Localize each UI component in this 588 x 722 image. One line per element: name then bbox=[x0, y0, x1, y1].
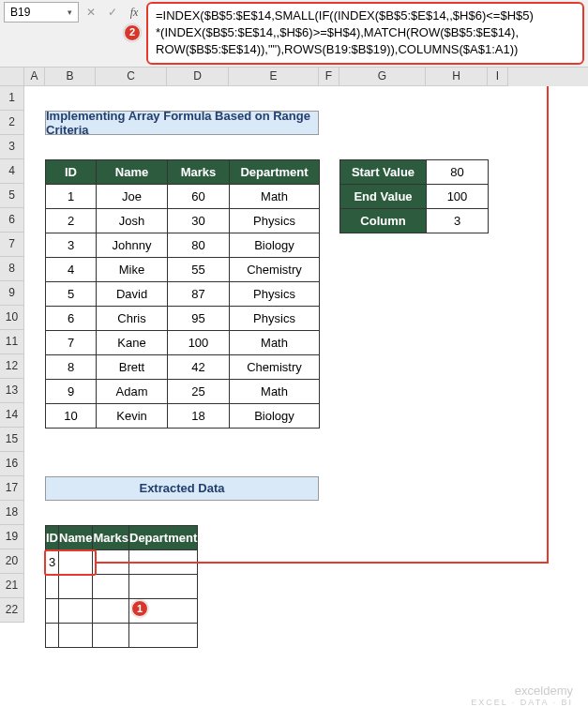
cell-name[interactable]: Joe bbox=[97, 184, 168, 208]
row-header[interactable]: 17 bbox=[0, 476, 24, 501]
cell-dept[interactable]: Chemistry bbox=[230, 354, 320, 379]
cell-id[interactable]: 10 bbox=[46, 403, 97, 428]
cell-id[interactable]: 3 bbox=[46, 233, 97, 257]
row-header[interactable]: 3 bbox=[0, 135, 24, 159]
col-header[interactable]: I bbox=[488, 68, 508, 86]
watermark-tag: EXCEL · DATA · BI bbox=[471, 698, 573, 707]
th-marks: Marks bbox=[93, 525, 129, 549]
row-header[interactable]: 4 bbox=[0, 159, 24, 184]
cell-marks[interactable]: 100 bbox=[168, 330, 230, 354]
spreadsheet-grid[interactable]: A B C D E F G H I 1234567891011121314151… bbox=[0, 68, 588, 623]
th-id: ID bbox=[46, 159, 97, 184]
cell-marks[interactable]: 95 bbox=[168, 306, 230, 330]
annotation-badge-2: 2 bbox=[124, 24, 141, 41]
row-header[interactable]: 8 bbox=[0, 257, 24, 281]
criteria-value[interactable]: 80 bbox=[427, 159, 489, 184]
cell-name[interactable]: Mike bbox=[97, 257, 168, 281]
cell-id[interactable]: 9 bbox=[46, 379, 97, 403]
cell-marks[interactable]: 80 bbox=[168, 233, 230, 257]
cell-marks[interactable]: 87 bbox=[168, 281, 230, 306]
row-header[interactable]: 10 bbox=[0, 306, 24, 330]
cell-id[interactable]: 2 bbox=[46, 208, 97, 233]
cell-id[interactable]: 4 bbox=[46, 257, 97, 281]
criteria-label: Column bbox=[340, 208, 427, 233]
select-all-corner[interactable] bbox=[0, 68, 24, 86]
col-header[interactable]: A bbox=[24, 68, 45, 86]
criteria-label: Start Value bbox=[340, 159, 427, 184]
row-header[interactable]: 15 bbox=[0, 428, 24, 452]
table-row: 1Joe60Math bbox=[46, 184, 320, 208]
row-header[interactable]: 22 bbox=[0, 598, 24, 623]
col-header[interactable]: G bbox=[339, 68, 426, 86]
cell-dept[interactable]: Physics bbox=[230, 281, 320, 306]
cell-id[interactable]: 5 bbox=[46, 281, 97, 306]
table-row: 8Brett42Chemistry bbox=[46, 354, 320, 379]
criteria-value[interactable]: 100 bbox=[427, 184, 489, 208]
col-header[interactable]: B bbox=[45, 68, 96, 86]
th-id: ID bbox=[46, 525, 59, 549]
cell-marks[interactable]: 18 bbox=[168, 403, 230, 428]
cell-dept[interactable]: Physics bbox=[230, 208, 320, 233]
formula-line: =INDEX($B$5:$E$14,SMALL(IF((INDEX($B$5:$… bbox=[156, 8, 575, 24]
row-header[interactable]: 7 bbox=[0, 233, 24, 257]
cell-dept[interactable]: Math bbox=[230, 379, 320, 403]
cell-dept[interactable]: Physics bbox=[230, 306, 320, 330]
cell-name[interactable]: Johnny bbox=[97, 233, 168, 257]
cell-name[interactable]: David bbox=[97, 281, 168, 306]
name-box[interactable]: B19 ▾ bbox=[4, 2, 79, 23]
row-header[interactable]: 21 bbox=[0, 574, 24, 598]
cell-id[interactable]: 1 bbox=[46, 184, 97, 208]
cell-id[interactable]: 7 bbox=[46, 330, 97, 354]
cell-name[interactable]: Kane bbox=[97, 330, 168, 354]
row-header[interactable]: 12 bbox=[0, 354, 24, 379]
row-header[interactable]: 16 bbox=[0, 452, 24, 476]
table-row bbox=[46, 623, 198, 647]
row-header[interactable]: 19 bbox=[0, 525, 24, 549]
row-header[interactable]: 9 bbox=[0, 281, 24, 306]
row-header[interactable]: 13 bbox=[0, 379, 24, 403]
cell-dept[interactable]: Math bbox=[230, 330, 320, 354]
cell-dept[interactable]: Biology bbox=[230, 403, 320, 428]
row-header[interactable]: 6 bbox=[0, 208, 24, 233]
cell-id[interactable]: 8 bbox=[46, 354, 97, 379]
cell-marks[interactable]: 42 bbox=[168, 354, 230, 379]
fx-icon[interactable]: fx bbox=[125, 2, 143, 23]
page-title: Implementing Array Formula Based on Rang… bbox=[45, 111, 319, 135]
table-row: 10Kevin18Biology bbox=[46, 403, 320, 428]
cell-marks[interactable]: 55 bbox=[168, 257, 230, 281]
th-dept: Department bbox=[230, 159, 320, 184]
row-header[interactable]: 18 bbox=[0, 501, 24, 525]
cell-name[interactable]: Kevin bbox=[97, 403, 168, 428]
formula-bar[interactable]: 2 =INDEX($B$5:$E$14,SMALL(IF((INDEX($B$5… bbox=[146, 2, 584, 65]
cell-name[interactable]: Brett bbox=[97, 354, 168, 379]
row-header[interactable]: 5 bbox=[0, 184, 24, 208]
cell-dept[interactable]: Chemistry bbox=[230, 257, 320, 281]
col-header[interactable]: D bbox=[167, 68, 229, 86]
selected-cell-outline bbox=[44, 549, 97, 576]
cell-marks[interactable]: 60 bbox=[168, 184, 230, 208]
cell-name[interactable]: Adam bbox=[97, 379, 168, 403]
col-header[interactable]: F bbox=[319, 68, 339, 86]
cell-name[interactable]: Chris bbox=[97, 306, 168, 330]
col-header[interactable]: E bbox=[229, 68, 319, 86]
row-header[interactable]: 20 bbox=[0, 549, 24, 574]
chevron-down-icon[interactable]: ▾ bbox=[68, 8, 72, 17]
row-header[interactable]: 14 bbox=[0, 403, 24, 428]
table-row: 3Johnny80Biology bbox=[46, 233, 320, 257]
col-header[interactable]: C bbox=[96, 68, 167, 86]
th-name: Name bbox=[97, 159, 168, 184]
cell-name[interactable]: Josh bbox=[97, 208, 168, 233]
criteria-value[interactable]: 3 bbox=[427, 208, 489, 233]
col-header[interactable]: H bbox=[426, 68, 488, 86]
cell-marks[interactable]: 30 bbox=[168, 208, 230, 233]
row-header[interactable]: 2 bbox=[0, 111, 24, 135]
data-table: ID Name Marks Department 1Joe60Math2Josh… bbox=[45, 159, 320, 429]
cell-marks[interactable]: 25 bbox=[168, 379, 230, 403]
cell-dept[interactable]: Math bbox=[230, 184, 320, 208]
annotation-badge-1: 1 bbox=[131, 600, 148, 617]
row-header[interactable]: 1 bbox=[0, 86, 24, 111]
cell-dept[interactable]: Biology bbox=[230, 233, 320, 257]
row-header[interactable]: 11 bbox=[0, 330, 24, 354]
cell-id[interactable]: 6 bbox=[46, 306, 97, 330]
extract-title: Extracted Data bbox=[45, 476, 319, 501]
